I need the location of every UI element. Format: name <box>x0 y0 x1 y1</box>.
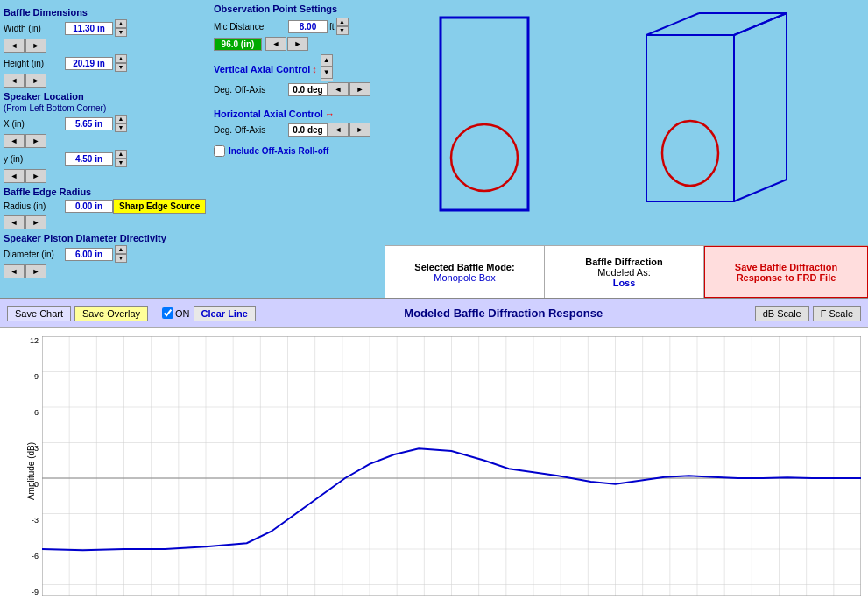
width-right-arrow[interactable]: ► <box>25 39 46 53</box>
sharp-edge-btn[interactable]: Sharp Edge Source <box>113 199 206 214</box>
baffle-mode-value: Monopole Box <box>434 272 495 283</box>
vertical-scroll-up[interactable]: ▲ <box>321 54 333 67</box>
svg-point-9 <box>662 121 718 186</box>
save-overlay-btn[interactable]: Save Overlay <box>74 306 148 321</box>
width-down-btn[interactable]: ▼ <box>115 28 127 37</box>
obs-right-arrow[interactable]: ► <box>287 37 308 51</box>
y-tick-6: 6 <box>12 408 39 417</box>
width-value[interactable]: 11.30 in <box>65 22 113 35</box>
modeled-label: Modeled As: <box>597 267 651 278</box>
vertical-deg-label: Deg. Off-Axis <box>214 85 288 95</box>
y-tick-n9: -9 <box>12 588 39 596</box>
speaker-location-subtitle: (From Left Bottom Corner) <box>4 103 207 113</box>
height-up-btn[interactable]: ▲ <box>115 54 127 63</box>
diameter-up-btn[interactable]: ▲ <box>115 245 127 254</box>
mic-dist-down-btn[interactable]: ▼ <box>336 26 349 35</box>
x-down-btn[interactable]: ▼ <box>115 123 127 132</box>
clear-line-btn[interactable]: Clear Line <box>194 306 256 321</box>
y-tick-3: 3 <box>12 444 39 453</box>
x-label: X (in) <box>4 119 65 129</box>
horizontal-deg-label: Deg. Off-Axis <box>214 125 288 135</box>
radius-right-arrow[interactable]: ► <box>25 215 46 229</box>
svg-point-1 <box>451 124 518 191</box>
y-tick-n6: -6 <box>12 552 39 560</box>
vertical-axial-title: Vertical Axial Control ↕ <box>214 64 317 74</box>
diameter-down-btn[interactable]: ▼ <box>115 254 127 263</box>
svg-line-5 <box>734 13 787 35</box>
save-frd-btn[interactable]: Save Baffle Diffraction Response to FRD … <box>704 246 868 298</box>
observation-title: Observation Point Settings <box>214 4 382 14</box>
chart-title: Modeled Baffle Diffraction Response <box>256 306 752 320</box>
y-tick-12: 12 <box>12 336 39 345</box>
mic-distance-inches: 96.0 (in) <box>214 38 262 51</box>
x-value[interactable]: 5.65 in <box>65 117 113 130</box>
diameter-right-arrow[interactable]: ► <box>25 264 46 278</box>
horizontal-left-arrow[interactable]: ◄ <box>328 123 349 137</box>
y-value[interactable]: 4.50 in <box>65 152 113 166</box>
mic-dist-up-btn[interactable]: ▲ <box>336 18 349 26</box>
width-left-arrow[interactable]: ◄ <box>4 39 25 53</box>
height-label: Height (in) <box>4 59 65 68</box>
save-chart-btn[interactable]: Save Chart <box>7 306 71 321</box>
height-right-arrow[interactable]: ► <box>25 74 46 88</box>
y-right-arrow[interactable]: ► <box>25 169 46 183</box>
svg-line-3 <box>646 13 699 35</box>
radius-left-arrow[interactable]: ◄ <box>4 215 25 229</box>
mic-distance-label: Mic Distance <box>214 22 288 32</box>
horizontal-deg-value[interactable]: 0.0 deg <box>288 123 328 137</box>
y-tick-n3: -3 <box>12 516 39 525</box>
diameter-left-arrow[interactable]: ◄ <box>4 264 25 278</box>
y-down-btn[interactable]: ▼ <box>115 159 127 167</box>
vertical-right-arrow[interactable]: ► <box>349 82 370 96</box>
baffle-mode-box: Selected Baffle Mode: Monopole Box <box>385 246 545 298</box>
baffle-front-view <box>432 9 537 228</box>
y-tick-0: 0 <box>12 480 39 489</box>
height-value[interactable]: 20.19 in <box>65 57 113 70</box>
obs-left-arrow[interactable]: ◄ <box>265 37 286 51</box>
mic-distance-unit: ft <box>329 22 335 32</box>
y-tick-9: 9 <box>12 372 39 381</box>
f-scale-btn[interactable]: F Scale <box>813 306 861 321</box>
mic-distance-value[interactable]: 8.00 <box>288 20 328 33</box>
svg-line-6 <box>734 180 787 201</box>
baffle-edge-title: Baffle Edge Radius <box>4 187 207 197</box>
vertical-left-arrow[interactable]: ◄ <box>328 82 349 96</box>
offaxis-label: Include Off-Axis Roll-off <box>229 146 328 156</box>
svg-rect-0 <box>441 18 528 210</box>
width-up-btn[interactable]: ▲ <box>115 19 127 28</box>
y-left-arrow[interactable]: ◄ <box>4 169 25 183</box>
horizontal-right-arrow[interactable]: ► <box>349 123 370 137</box>
height-left-arrow[interactable]: ◄ <box>4 74 25 88</box>
svg-rect-2 <box>646 35 734 201</box>
diffraction-label: Baffle Diffraction <box>585 257 663 267</box>
y-label: y (in) <box>4 154 65 164</box>
width-label: Width (in) <box>4 24 65 33</box>
selected-baffle-mode-label: Selected Baffle Mode: <box>414 262 514 272</box>
horizontal-axial-title: Horizontal Axial Control ↔ <box>214 109 335 119</box>
radius-label: Radius (in) <box>4 201 65 211</box>
offaxis-checkbox[interactable] <box>214 145 225 157</box>
x-up-btn[interactable]: ▲ <box>115 115 127 123</box>
overlay-checkbox[interactable] <box>162 307 173 319</box>
diameter-label: Diameter (in) <box>4 250 65 259</box>
speaker-location-title: Speaker Location <box>4 91 207 102</box>
baffle-dimensions-title: Baffle Dimensions <box>4 7 207 18</box>
radius-value[interactable]: 0.00 in <box>65 200 113 213</box>
vertical-scroll-down[interactable]: ▼ <box>321 67 333 79</box>
on-label: ON <box>175 308 190 319</box>
x-right-arrow[interactable]: ► <box>25 134 46 148</box>
speaker-piston-title: Speaker Piston Diameter Directivity <box>4 233 207 243</box>
vertical-deg-value[interactable]: 0.0 deg <box>288 83 328 96</box>
baffle-3d-view <box>629 9 822 228</box>
diameter-value[interactable]: 6.00 in <box>65 248 113 261</box>
chart-canvas <box>42 336 861 596</box>
y-up-btn[interactable]: ▲ <box>115 150 127 159</box>
baffle-diffraction-box: Baffle Diffraction Modeled As: Loss <box>545 246 704 298</box>
modeled-value: Loss <box>613 278 636 288</box>
db-scale-btn[interactable]: dB Scale <box>755 306 809 321</box>
x-left-arrow[interactable]: ◄ <box>4 134 25 148</box>
height-down-btn[interactable]: ▼ <box>115 63 127 72</box>
